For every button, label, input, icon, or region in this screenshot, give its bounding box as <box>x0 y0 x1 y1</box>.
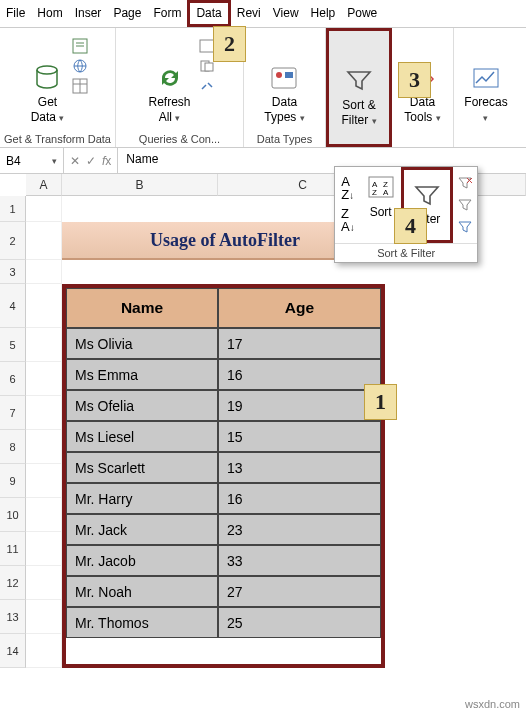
advanced-icon[interactable] <box>457 219 473 235</box>
cell-age: 33 <box>218 545 381 576</box>
table-row[interactable]: Ms Olivia17 <box>66 328 381 359</box>
row-head[interactable]: 14 <box>0 634 26 668</box>
group-label-get-transform: Get & Transform Data <box>2 131 113 147</box>
table-row[interactable]: Mr. Jacob33 <box>66 545 381 576</box>
table-row[interactable]: Ms Emma16 <box>66 359 381 390</box>
row-head[interactable]: 1 <box>0 196 26 222</box>
cell-name: Ms Olivia <box>66 328 218 359</box>
group-label-queries: Queries & Con... <box>118 131 241 147</box>
get-data-label: Get Data ▾ <box>31 95 65 124</box>
svg-point-13 <box>276 72 282 78</box>
col-b[interactable]: B <box>62 174 218 196</box>
cell-name: Mr. Noah <box>66 576 218 607</box>
badge-4: 4 <box>394 208 427 244</box>
svg-point-0 <box>37 66 57 74</box>
menu-insert[interactable]: Inser <box>69 0 108 27</box>
cell-age: 19 <box>218 390 381 421</box>
cell-age: 16 <box>218 359 381 390</box>
filter-extra-col <box>453 167 477 243</box>
data-table: Name Age Ms Olivia17 Ms Emma16 Ms Ofelia… <box>62 284 385 668</box>
from-web-icon[interactable] <box>72 58 88 74</box>
menu-page[interactable]: Page <box>107 0 147 27</box>
chevron-down-icon: ▾ <box>52 156 57 166</box>
name-box[interactable]: B4 ▾ <box>0 148 64 173</box>
cell-age: 27 <box>218 576 381 607</box>
svg-rect-18 <box>474 69 498 87</box>
sort-asc-icon[interactable]: AZ↓ <box>341 175 354 201</box>
row-head[interactable]: 6 <box>0 362 26 396</box>
menu-home[interactable]: Hom <box>31 0 68 27</box>
check-icon[interactable]: ✓ <box>86 154 96 168</box>
header-name[interactable]: Name <box>66 288 218 328</box>
menu-file[interactable]: File <box>0 0 31 27</box>
row-head[interactable]: 12 <box>0 566 26 600</box>
table-row[interactable]: Ms Scarlett13 <box>66 452 381 483</box>
cell-name: Ms Scarlett <box>66 452 218 483</box>
cell-age: 13 <box>218 452 381 483</box>
badge-1: 1 <box>364 384 397 420</box>
row-head[interactable]: 5 <box>0 328 26 362</box>
table-row[interactable]: Mr. Harry16 <box>66 483 381 514</box>
header-age[interactable]: Age <box>218 288 381 328</box>
svg-text:A: A <box>383 188 389 197</box>
from-text-icon[interactable] <box>72 38 88 54</box>
row-head[interactable]: 13 <box>0 600 26 634</box>
sort-desc-icon[interactable]: ZA↓ <box>341 207 355 233</box>
clear-filter-icon[interactable] <box>457 175 473 191</box>
refresh-all-button[interactable]: Refresh All ▾ <box>144 34 194 126</box>
data-types-label: Data Types ▾ <box>264 95 304 124</box>
sort-filter-label: Sort & Filter ▾ <box>341 98 376 127</box>
table-header-row: Name Age <box>66 288 381 328</box>
row-head[interactable]: 11 <box>0 532 26 566</box>
cell-name: Mr. Harry <box>66 483 218 514</box>
table-row[interactable]: Mr. Noah27 <box>66 576 381 607</box>
svg-rect-11 <box>205 63 213 71</box>
menu-power[interactable]: Powe <box>341 0 383 27</box>
reapply-icon[interactable] <box>457 197 473 213</box>
database-icon <box>34 61 60 95</box>
table-row[interactable]: Ms Ofelia19 <box>66 390 381 421</box>
sort-filter-button[interactable]: Sort & Filter ▾ <box>337 37 380 129</box>
forecast-icon <box>472 61 500 95</box>
cell-name: Mr. Jacob <box>66 545 218 576</box>
table-row[interactable]: Ms Liesel15 <box>66 421 381 452</box>
row-head[interactable]: 9 <box>0 464 26 498</box>
watermark: wsxdn.com <box>465 698 520 710</box>
row-head[interactable]: 8 <box>0 430 26 464</box>
table-row[interactable]: Mr. Jack23 <box>66 514 381 545</box>
group-sort-filter: Sort & Filter ▾ <box>326 28 392 147</box>
row-head[interactable]: 2 <box>0 222 26 260</box>
col-a[interactable]: A <box>26 174 62 196</box>
row-head[interactable]: 7 <box>0 396 26 430</box>
sort-dialog-icon[interactable]: AZZA <box>367 175 395 199</box>
cell-age: 16 <box>218 483 381 514</box>
data-types-icon <box>269 61 299 95</box>
svg-text:Z: Z <box>372 188 377 197</box>
menu-data[interactable]: Data <box>187 0 230 27</box>
formula-buttons: ✕ ✓ fx <box>64 148 118 173</box>
row-head[interactable]: 4 <box>0 284 26 328</box>
svg-rect-9 <box>200 40 214 52</box>
menu-formulas[interactable]: Form <box>147 0 187 27</box>
cell-age: 17 <box>218 328 381 359</box>
row-head[interactable]: 10 <box>0 498 26 532</box>
refresh-label: Refresh All ▾ <box>148 95 190 124</box>
menu-help[interactable]: Help <box>305 0 342 27</box>
rows: 1 2 Usage of AutoFilter 3 4 5 6 7 8 9 10… <box>0 196 526 668</box>
cancel-icon[interactable]: ✕ <box>70 154 80 168</box>
get-data-button[interactable]: Get Data ▾ <box>27 34 69 126</box>
data-types-button[interactable]: Data Types ▾ <box>260 34 308 126</box>
forecast-button[interactable]: Forecas▾ <box>460 34 511 126</box>
menu-view[interactable]: View <box>267 0 305 27</box>
edit-links-icon[interactable] <box>199 78 215 94</box>
cell-name: Ms Emma <box>66 359 218 390</box>
table-row[interactable]: Mr. Thomos25 <box>66 607 381 638</box>
sort-az-col: AZ↓ ZA↓ <box>335 167 361 243</box>
badge-3: 3 <box>398 62 431 98</box>
menu-review[interactable]: Revi <box>231 0 267 27</box>
group-label-data-types: Data Types <box>246 131 323 147</box>
badge-2: 2 <box>213 26 246 62</box>
row-head[interactable]: 3 <box>0 260 26 284</box>
fx-icon[interactable]: fx <box>102 154 111 168</box>
from-table-icon[interactable] <box>72 78 88 94</box>
